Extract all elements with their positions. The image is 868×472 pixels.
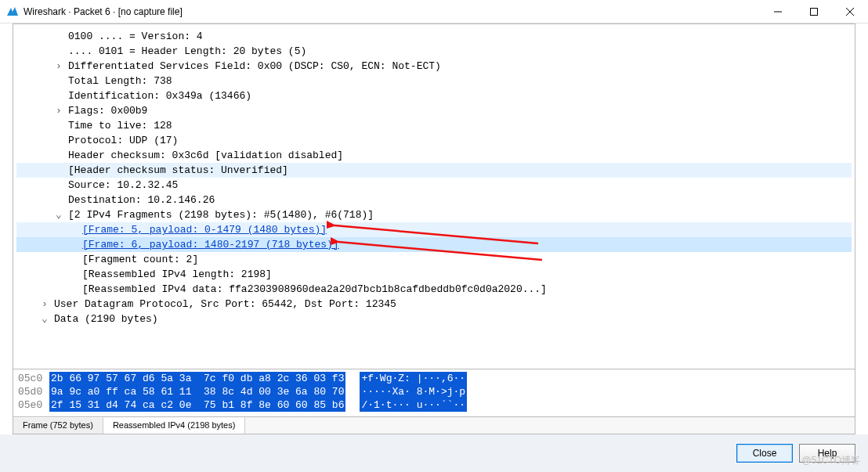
window-controls	[760, 0, 868, 23]
tree-row-collapsed[interactable]: Data (2190 bytes)	[16, 312, 852, 326]
hex-tabs: Frame (752 bytes) Reassembled IPv4 (2198…	[13, 416, 855, 434]
hex-pane[interactable]: 05c02b 66 97 57 67 d6 5a 3a 7c f0 db a8 …	[13, 369, 855, 416]
hex-ascii: +f·Wg·Z: |···,6··	[360, 372, 467, 385]
tab-frame[interactable]: Frame (752 bytes)	[13, 417, 103, 434]
tree-row-fragment-link-selected[interactable]: [Frame: 6, payload: 1480-2197 (718 bytes…	[16, 237, 852, 252]
tree-row-fragment-link[interactable]: [Frame: 5, payload: 0-1479 (1480 bytes)]	[16, 222, 852, 237]
tree-row[interactable]: 0100 .... = Version: 4	[16, 29, 852, 44]
hex-offset: 05d0	[18, 385, 49, 398]
hex-bytes: 9a 9c a0 ff ca 58 61 11 38 8c 4d 00 3e 6…	[49, 385, 345, 398]
dialog-footer: Close Help	[0, 434, 868, 472]
hex-bytes: 2f 15 31 d4 74 ca c2 0e 75 b1 8f 8e 60 6…	[49, 398, 345, 412]
tree-row[interactable]: Protocol: UDP (17)	[16, 133, 852, 148]
svg-rect-1	[811, 8, 818, 15]
tree-row[interactable]: [Fragment count: 2]	[16, 252, 852, 267]
tree-row[interactable]: [Header checksum status: Unverified]	[16, 163, 852, 178]
hex-pane-wrap: 05c02b 66 97 57 67 d6 5a 3a 7c f0 db a8 …	[13, 369, 855, 434]
close-button[interactable]: Close	[736, 444, 793, 463]
titlebar: Wireshark · Packet 6 · [no capture file]	[0, 0, 868, 23]
maximize-button[interactable]	[796, 0, 832, 23]
hex-offset: 05c0	[18, 372, 49, 385]
frame-link[interactable]: [Frame: 5, payload: 0-1479 (1480 bytes)]	[82, 224, 327, 236]
tree-row[interactable]: Header checksum: 0x3c6d [validation disa…	[16, 148, 852, 163]
tree-row[interactable]: .... 0101 = Header Length: 20 bytes (5)	[16, 44, 852, 59]
hex-offset: 05e0	[18, 398, 49, 412]
hex-bytes: 2b 66 97 57 67 d6 5a 3a 7c f0 db a8 2c 3…	[49, 372, 345, 385]
window-title: Wireshark · Packet 6 · [no capture file]	[24, 6, 760, 17]
hex-ascii: ·····Xa· 8·M·>j·p	[360, 385, 467, 398]
wireshark-logo-icon	[6, 5, 19, 18]
tree-row[interactable]: [Reassembled IPv4 length: 2198]	[16, 267, 852, 282]
tree-row[interactable]: Time to live: 128	[16, 118, 852, 133]
content-pane: 0100 .... = Version: 4 .... 0101 = Heade…	[13, 23, 855, 434]
hex-row[interactable]: 05d09a 9c a0 ff ca 58 61 11 38 8c 4d 00 …	[18, 385, 850, 398]
hex-row[interactable]: 05c02b 66 97 57 67 d6 5a 3a 7c f0 db a8 …	[18, 372, 850, 385]
tree-row[interactable]: Destination: 10.2.146.26	[16, 193, 852, 207]
tab-reassembled[interactable]: Reassembled IPv4 (2198 bytes)	[103, 417, 246, 434]
tree-row-expandable[interactable]: User Datagram Protocol, Src Port: 65442,…	[16, 297, 852, 312]
frame-link[interactable]: [Frame: 6, payload: 1480-2197 (718 bytes…	[82, 239, 339, 250]
close-window-button[interactable]	[832, 0, 868, 23]
minimize-button[interactable]	[760, 0, 796, 23]
tree-row[interactable]: Identification: 0x349a (13466)	[16, 88, 852, 103]
tree-row-collapsed[interactable]: [2 IPv4 Fragments (2198 bytes): #5(1480)…	[16, 207, 852, 222]
watermark: @51CTO博客	[801, 454, 860, 467]
tree-row[interactable]: Total Length: 738	[16, 74, 852, 88]
hex-row[interactable]: 05e02f 15 31 d4 74 ca c2 0e 75 b1 8f 8e …	[18, 398, 850, 412]
hex-ascii: /·1·t··· u···``··	[360, 398, 467, 412]
tree-row[interactable]: Source: 10.2.32.45	[16, 178, 852, 193]
tree-row-expandable[interactable]: Flags: 0x00b9	[16, 103, 852, 118]
tree-row[interactable]: [Reassembled IPv4 data: ffa2303908960dea…	[16, 282, 852, 297]
tree-row-expandable[interactable]: Differentiated Services Field: 0x00 (DSC…	[16, 59, 852, 74]
packet-tree[interactable]: 0100 .... = Version: 4 .... 0101 = Heade…	[13, 24, 855, 369]
